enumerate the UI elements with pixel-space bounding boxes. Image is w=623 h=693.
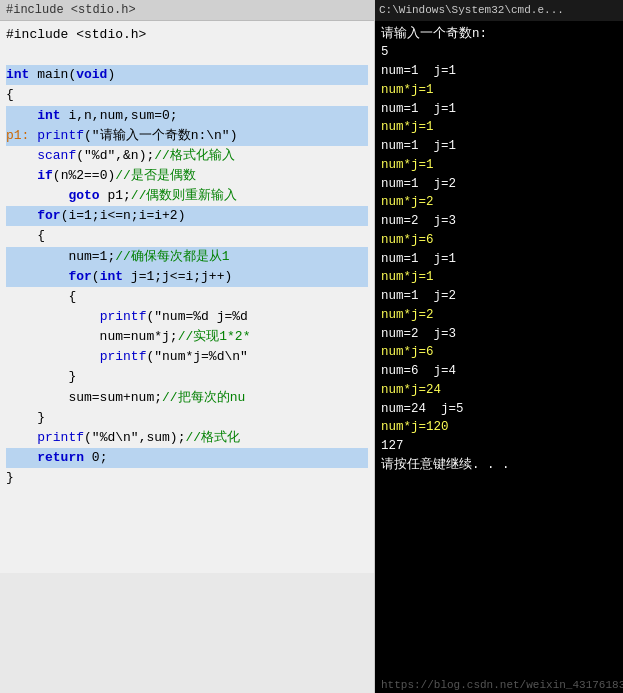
code-line-6: scanf("%d",&n);//格式化输入 <box>6 146 368 166</box>
terminal-line-5: num*j=1 <box>381 118 617 137</box>
terminal-line-14: num=1 j=2 <box>381 287 617 306</box>
code-line-3: { <box>6 85 368 105</box>
terminal-line-22: 127 <box>381 437 617 456</box>
code-line-18: sum=sum+num;//把每次的nu <box>6 388 368 408</box>
terminal-header: C:\Windows\System32\cmd.e... <box>375 0 623 21</box>
code-line-14: printf("num=%d j=%d <box>6 307 368 327</box>
code-line-9: for(i=1;i<=n;i=i+2) <box>6 206 368 226</box>
code-line-11: num=1;//确保每次都是从1 <box>6 247 368 267</box>
gray-bottom-area <box>0 573 375 693</box>
code-line-4: int i,n,num,sum=0; <box>6 106 368 126</box>
terminal-line-4: num=1 j=1 <box>381 100 617 119</box>
terminal-line-10: num=2 j=3 <box>381 212 617 231</box>
main-container: #include <stdio.h> #include <stdio.h> in… <box>0 0 623 693</box>
terminal-line-1: 5 <box>381 43 617 62</box>
terminal-line-19: num*j=24 <box>381 381 617 400</box>
code-line-1 <box>6 45 368 65</box>
terminal-line-11: num*j=6 <box>381 231 617 250</box>
terminal-line-8: num=1 j=2 <box>381 175 617 194</box>
footer: https://blog.csdn.net/weixin_43176183 <box>375 675 623 693</box>
terminal-line-13: num*j=1 <box>381 268 617 287</box>
terminal-line-15: num*j=2 <box>381 306 617 325</box>
code-line-12: for(int j=1;j<=i;j++) <box>6 267 368 287</box>
terminal-line-3: num*j=1 <box>381 81 617 100</box>
code-line-17: } <box>6 367 368 387</box>
terminal-line-6: num=1 j=1 <box>381 137 617 156</box>
terminal-line-21: num*j=120 <box>381 418 617 437</box>
terminal-line-18: num=6 j=4 <box>381 362 617 381</box>
terminal-panel: C:\Windows\System32\cmd.e... 请输入一个奇数n:5n… <box>375 0 623 693</box>
code-line-15: num=num*j;//实现1*2* <box>6 327 368 347</box>
code-header: #include <stdio.h> <box>0 0 374 21</box>
code-body: #include <stdio.h> int main(void){ int i… <box>0 21 374 492</box>
terminal-line-20: num=24 j=5 <box>381 400 617 419</box>
terminal-line-2: num=1 j=1 <box>381 62 617 81</box>
terminal-line-16: num=2 j=3 <box>381 325 617 344</box>
code-line-19: } <box>6 408 368 428</box>
terminal-line-9: num*j=2 <box>381 193 617 212</box>
code-line-21: return 0; <box>6 448 368 468</box>
code-line-20: printf("%d\n",sum);//格式化 <box>6 428 368 448</box>
code-line-7: if(n%2==0)//是否是偶数 <box>6 166 368 186</box>
code-panel: #include <stdio.h> #include <stdio.h> in… <box>0 0 375 693</box>
terminal-output: 请输入一个奇数n:5num=1 j=1num*j=1num=1 j=1num*j… <box>381 25 617 475</box>
terminal-line-12: num=1 j=1 <box>381 250 617 269</box>
code-line-16: printf("num*j=%d\n" <box>6 347 368 367</box>
terminal-line-0: 请输入一个奇数n: <box>381 25 617 44</box>
terminal-title: C:\Windows\System32\cmd.e... <box>379 4 564 16</box>
code-line-22: } <box>6 468 368 488</box>
watermark: https://blog.csdn.net/weixin_43176183 <box>381 679 623 691</box>
code-line-5: p1: printf("请输入一个奇数n:\n") <box>6 126 368 146</box>
code-title: #include <stdio.h> <box>6 3 136 17</box>
terminal-line-17: num*j=6 <box>381 343 617 362</box>
terminal-line-23: 请按任意键继续. . . <box>381 456 617 475</box>
code-line-10: { <box>6 226 368 246</box>
code-line-2: int main(void) <box>6 65 368 85</box>
code-line-13: { <box>6 287 368 307</box>
code-line-0: #include <stdio.h> <box>6 25 368 45</box>
terminal-line-7: num*j=1 <box>381 156 617 175</box>
code-line-8: goto p1;//偶数则重新输入 <box>6 186 368 206</box>
